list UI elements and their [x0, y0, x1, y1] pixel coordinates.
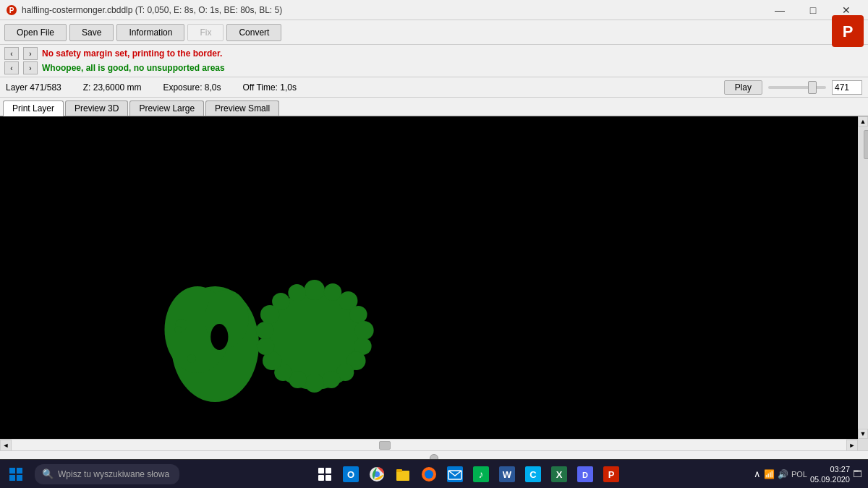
svg-text:P: P: [608, 469, 615, 480]
app-logo: P: [832, 15, 864, 47]
layer-slider-container: [768, 77, 826, 98]
ok-message: Whoopee, all is good, no unsupported are…: [42, 63, 225, 73]
chrome-icon[interactable]: [365, 463, 388, 486]
file-explorer-icon[interactable]: [391, 463, 414, 486]
svg-rect-30: [9, 468, 15, 474]
svg-text:C: C: [529, 469, 537, 480]
scrollbar-corner: [858, 439, 868, 450]
svg-text:W: W: [503, 469, 512, 480]
scroll-left-button[interactable]: ◄: [0, 440, 12, 451]
minimize-button[interactable]: —: [764, 2, 796, 18]
tab-print-layer[interactable]: Print Layer: [3, 100, 64, 116]
taskbar-icons: O: [182, 463, 754, 486]
canvas-svg: [0, 116, 858, 439]
svg-point-8: [175, 326, 182, 333]
svg-point-16: [354, 321, 373, 340]
language-label[interactable]: POL: [791, 470, 807, 479]
show-desktop-icon[interactable]: 🗔: [853, 468, 862, 479]
firefox-icon[interactable]: [417, 463, 441, 486]
tab-preview-3d[interactable]: Preview 3D: [65, 100, 128, 116]
svg-point-25: [257, 338, 274, 355]
system-tray: ∧ 📶 🔊 POL 03:27 05.09.2020 🗔: [754, 464, 868, 484]
mail-icon[interactable]: [443, 463, 467, 486]
outlook-icon[interactable]: O: [339, 463, 362, 486]
prev-btn-1[interactable]: ‹: [4, 47, 19, 60]
svg-text:P: P: [843, 22, 854, 40]
open-file-button[interactable]: Open File: [4, 24, 67, 41]
taskbar-search[interactable]: 🔍 Wpisz tu wyszukiwane słowa: [35, 464, 179, 484]
scroll-v-thumb[interactable]: [864, 130, 868, 159]
shape-left: [164, 286, 258, 402]
next-btn-2[interactable]: ›: [23, 61, 38, 74]
svg-rect-37: [326, 475, 331, 481]
exposure-time: Exposure: 8,0s: [163, 82, 221, 93]
clock: 03:27 05.09.2020: [810, 464, 850, 484]
tab-preview-large[interactable]: Preview Large: [129, 100, 204, 116]
vertical-scrollbar: ▲ ▼: [858, 116, 868, 439]
layer-number-input[interactable]: [832, 80, 862, 95]
svg-rect-32: [9, 475, 15, 481]
svg-point-12: [305, 280, 325, 300]
svg-point-10: [210, 324, 228, 350]
svg-text:♪: ♪: [478, 468, 483, 480]
word-icon[interactable]: W: [495, 463, 519, 486]
messages-panel: ‹ › No safety margin set, printing to th…: [0, 45, 868, 77]
scroll-up-button[interactable]: ▲: [858, 116, 868, 127]
svg-text:D: D: [582, 471, 588, 479]
maximize-button[interactable]: □: [797, 2, 829, 18]
tab-preview-small[interactable]: Preview Small: [205, 100, 279, 116]
scroll-h-track[interactable]: [12, 440, 846, 450]
tab-bar: Print Layer Preview 3D Preview Large Pre…: [0, 98, 868, 116]
wifi-icon[interactable]: 🔊: [778, 469, 788, 479]
fix-button: Fix: [187, 24, 224, 41]
svg-text:O: O: [347, 469, 354, 480]
h-scrollbar: ◄ ►: [0, 439, 858, 450]
svg-point-13: [324, 283, 341, 301]
music-icon[interactable]: ♪: [469, 463, 493, 486]
toolbar: Open File Save Information Fix Convert P: [0, 20, 868, 45]
excel-icon[interactable]: X: [548, 463, 571, 486]
svg-point-20: [323, 371, 340, 388]
svg-rect-34: [318, 468, 324, 474]
window-title: halfling-costermonger.cbddlp (T: 0,050, …: [22, 5, 282, 15]
layer-slider[interactable]: [768, 86, 826, 89]
svg-point-28: [272, 293, 289, 310]
taskbar: 🔍 Wpisz tu wyszukiwane słowa O: [0, 459, 868, 488]
citrix-icon[interactable]: C: [522, 463, 545, 486]
z-position: Z: 23,6000 mm: [83, 82, 142, 93]
print-canvas: [0, 116, 858, 439]
layer-count: Layer 471/583: [6, 82, 61, 93]
svg-rect-36: [318, 475, 324, 481]
svg-point-9: [187, 354, 196, 363]
time-display: 03:27: [810, 464, 850, 474]
scroll-right-button[interactable]: ►: [846, 440, 858, 451]
convert-button[interactable]: Convert: [226, 24, 281, 41]
horizontal-scroll-area: ◄ ►: [0, 439, 868, 450]
app-icon: P: [6, 4, 17, 16]
view-area: ▲ ▼: [0, 116, 868, 439]
save-button[interactable]: Save: [69, 24, 114, 41]
title-bar: P halfling-costermonger.cbddlp (T: 0,050…: [0, 0, 868, 20]
red-app-icon[interactable]: P: [600, 463, 623, 486]
windows-icon: [9, 468, 22, 481]
layer-info-bar: Layer 471/583 Z: 23,6000 mm Exposure: 8,…: [0, 77, 868, 98]
start-button[interactable]: [0, 460, 32, 489]
svg-point-15: [349, 306, 367, 323]
information-button[interactable]: Information: [116, 24, 184, 41]
svg-point-26: [256, 322, 273, 339]
tray-expand-icon[interactable]: ∧: [754, 468, 761, 479]
warning-message: No safety margin set, printing to the bo…: [42, 48, 222, 59]
next-btn-1[interactable]: ›: [23, 47, 38, 60]
svg-rect-42: [396, 471, 409, 481]
scroll-down-button[interactable]: ▼: [858, 429, 868, 439]
play-button[interactable]: Play: [724, 80, 762, 95]
date-display: 05.09.2020: [810, 474, 850, 484]
scroll-h-thumb[interactable]: [379, 441, 391, 450]
discord-icon[interactable]: D: [574, 463, 597, 486]
prev-btn-2[interactable]: ‹: [4, 61, 19, 74]
network-icon[interactable]: 📶: [764, 469, 775, 479]
search-placeholder: Wpisz tu wyszukiwane słowa: [58, 469, 169, 479]
task-view-icon[interactable]: [313, 463, 336, 486]
off-time: Off Time: 1,0s: [242, 82, 296, 93]
svg-rect-43: [396, 469, 402, 472]
